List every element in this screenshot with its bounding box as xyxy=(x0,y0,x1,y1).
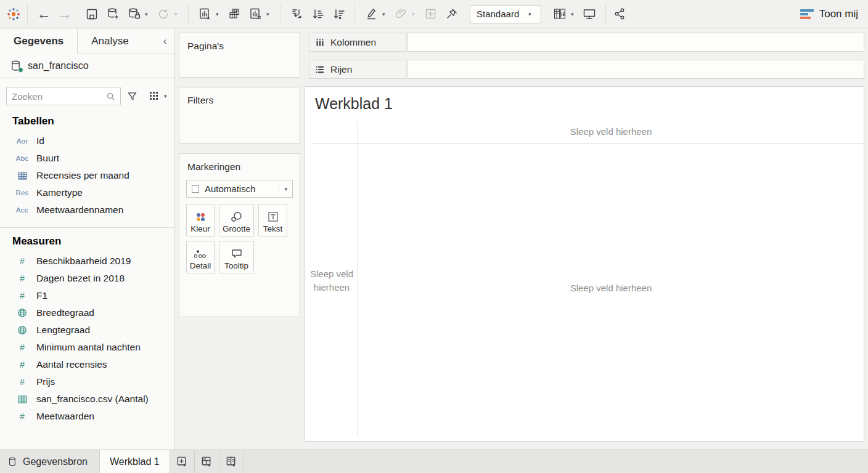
highlight-button[interactable] xyxy=(362,6,380,23)
presentation-mode-button[interactable] xyxy=(581,6,598,23)
filters-card[interactable]: Filters xyxy=(179,87,300,144)
number-type-icon: # xyxy=(20,360,25,370)
sort-descending-button[interactable] xyxy=(330,6,347,23)
clear-sheet-button[interactable] xyxy=(247,6,264,23)
mark-type-value: Automatisch xyxy=(205,184,256,194)
measure-san-francisco-csv-aantal[interactable]: san_francisco.csv (Aantal) xyxy=(0,390,174,408)
tab-analytics-label: Analyse xyxy=(91,35,128,47)
new-worksheet-tab-button[interactable] xyxy=(170,450,195,473)
datasource-tab[interactable]: Gegevensbron xyxy=(0,450,100,473)
sheet-tab-werkblad-1[interactable]: Werkblad 1 xyxy=(100,450,170,473)
worksheet-area: Kolommen Rijen Werkblad 1 Sleep veld hie… xyxy=(305,29,868,449)
tab-data[interactable]: Gegevens xyxy=(0,29,78,54)
field-id[interactable]: Aor Id xyxy=(0,132,174,150)
new-worksheet-caret[interactable]: ▾ xyxy=(216,11,222,17)
undo-button[interactable]: ← xyxy=(35,6,52,23)
text-label: Tekst xyxy=(263,224,283,233)
globe-icon xyxy=(14,325,31,335)
new-worksheet-button[interactable] xyxy=(196,6,213,23)
new-dashboard-tab-button[interactable] xyxy=(195,450,219,473)
database-icon xyxy=(10,60,22,72)
number-type-icon: # xyxy=(20,256,25,266)
field-label: Buurt xyxy=(36,153,59,164)
size-button[interactable]: Grootte xyxy=(219,204,254,236)
marks-buttons: Kleur Grootte T Tekst xyxy=(179,198,300,273)
sort-ascending-button[interactable] xyxy=(309,6,326,23)
pages-card-label: Pagina's xyxy=(179,33,300,52)
tableau-logo-icon[interactable] xyxy=(5,6,22,23)
mark-type-icon xyxy=(192,185,199,193)
worksheet-canvas[interactable]: Werkblad 1 Sleep veld hierheen Sleep vel… xyxy=(305,86,864,442)
refresh-button[interactable] xyxy=(155,6,172,23)
field-label: Aantal recensies xyxy=(36,359,107,370)
measure-beschikbaarheid-2019[interactable]: # Beschikbaarheid 2019 xyxy=(0,253,174,270)
sheet-tabs-bar: Gegevensbron Werkblad 1 xyxy=(0,450,868,473)
measure-breedtegraad[interactable]: Breedtegraad xyxy=(0,304,174,321)
tooltip-icon xyxy=(231,248,243,259)
show-mark-labels-button[interactable] xyxy=(422,6,439,23)
view-options-icon[interactable] xyxy=(147,87,162,105)
measure-f1[interactable]: # F1 xyxy=(0,287,174,304)
mark-type-dropdown[interactable]: Automatisch ▾ xyxy=(186,180,293,198)
measure-meetwaarden[interactable]: # Meetwaarden xyxy=(0,408,174,425)
detail-button[interactable]: Detail xyxy=(186,241,215,273)
measure-dagen-bezet-2018[interactable]: # Dagen bezet in 2018 xyxy=(0,270,174,287)
redo-button[interactable]: → xyxy=(56,6,73,23)
row-drop-target[interactable]: Sleep veld hierheen xyxy=(309,267,354,294)
refresh-caret[interactable]: ▾ xyxy=(174,11,181,17)
show-hide-cards-caret[interactable]: ▾ xyxy=(571,11,577,17)
measure-aantal-recensies[interactable]: # Aantal recensies xyxy=(0,356,174,373)
color-button[interactable]: Kleur xyxy=(186,204,215,236)
tooltip-button[interactable]: Tooltip xyxy=(219,241,254,273)
measure-minimum-aantal-nachten[interactable]: # Minimum aantal nachten xyxy=(0,339,174,356)
pause-updates-caret[interactable]: ▾ xyxy=(145,11,151,17)
clear-sheet-caret[interactable]: ▾ xyxy=(266,11,272,17)
column-drop-target[interactable]: Sleep veld hierheen xyxy=(358,126,864,137)
pages-card[interactable]: Pagina's xyxy=(179,33,300,78)
pane-divider xyxy=(0,227,174,228)
pause-updates-button[interactable] xyxy=(125,6,142,23)
filter-fields-icon[interactable] xyxy=(125,87,139,105)
highlight-caret[interactable]: ▾ xyxy=(382,11,388,17)
measures-list: # Beschikbaarheid 2019 # Dagen bezet in … xyxy=(0,253,174,425)
field-buurt[interactable]: Abc Buurt xyxy=(0,150,174,167)
field-label: Breedtegraad xyxy=(36,307,94,318)
field-label: Meetwaardennamen xyxy=(36,204,123,216)
field-kamertype[interactable]: Res Kamertype xyxy=(0,184,174,201)
tab-analytics[interactable]: Analyse xyxy=(78,29,142,54)
measure-lengtegraad[interactable]: Lengtegraad xyxy=(0,321,174,339)
show-hide-cards-button[interactable] xyxy=(551,6,568,23)
columns-shelf-droparea[interactable] xyxy=(407,33,864,52)
text-button[interactable]: T Tekst xyxy=(258,204,287,236)
group-members-button[interactable] xyxy=(392,6,409,23)
show-me-button[interactable]: Toon mij xyxy=(800,8,858,20)
view-options-caret[interactable]: ▾ xyxy=(164,93,170,99)
detail-icon xyxy=(194,249,207,259)
new-datasource-button[interactable] xyxy=(104,6,121,23)
axis-divider-horizontal xyxy=(313,144,864,144)
worksheet-title: Werkblad 1 xyxy=(315,95,393,113)
number-type-icon: # xyxy=(20,411,25,421)
toolbar-divider xyxy=(188,4,189,25)
group-members-caret[interactable]: ▾ xyxy=(412,11,418,17)
save-button[interactable] xyxy=(83,6,100,23)
field-recensies-per-maand[interactable]: Recensies per maand xyxy=(0,167,174,184)
tooltip-label: Tooltip xyxy=(224,261,248,270)
collapse-pane-button[interactable]: ‹ xyxy=(156,29,174,54)
field-meetwaardennamen[interactable]: Acc Meetwaardennamen xyxy=(0,201,174,219)
search-row: ▾ xyxy=(6,87,169,105)
datasource-item[interactable]: san_francisco xyxy=(0,54,174,78)
field-label: Minimum aantal nachten xyxy=(36,342,141,353)
fit-dropdown[interactable]: Standaard ▾ xyxy=(470,5,541,23)
new-story-tab-button[interactable] xyxy=(219,450,244,473)
tables-header: Tabellen xyxy=(0,115,174,127)
share-button[interactable] xyxy=(611,6,628,23)
measure-prijs[interactable]: # Prijs xyxy=(0,373,174,390)
fix-axes-button[interactable] xyxy=(443,6,460,23)
pane-drop-target[interactable]: Sleep veld hierheen xyxy=(358,283,864,293)
search-field[interactable] xyxy=(6,87,121,105)
duplicate-sheet-button[interactable] xyxy=(226,6,243,23)
search-input[interactable] xyxy=(12,91,106,102)
swap-rows-columns-button[interactable] xyxy=(288,6,305,23)
rows-shelf-droparea[interactable] xyxy=(407,60,864,79)
